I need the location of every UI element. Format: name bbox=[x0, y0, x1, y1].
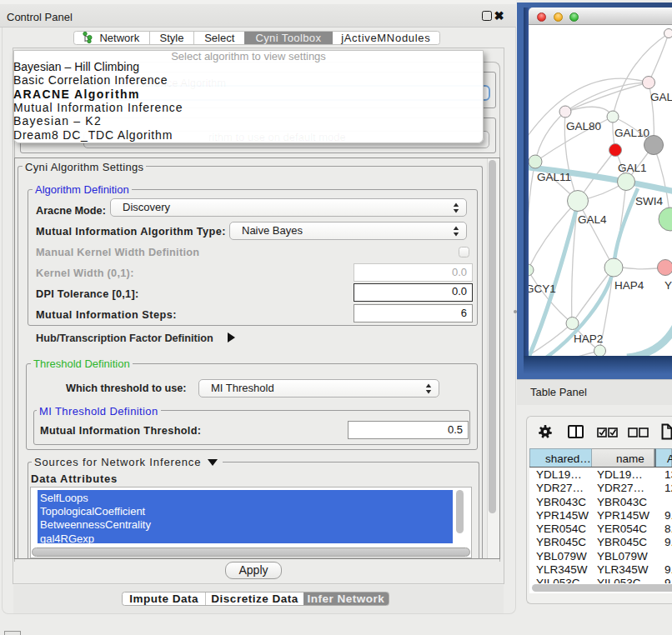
svg-text:HAP2: HAP2 bbox=[574, 332, 603, 345]
svg-text:SWI4: SWI4 bbox=[635, 195, 663, 208]
svg-text:GAL11: GAL11 bbox=[537, 171, 571, 183]
svg-text:GAL1: GAL1 bbox=[618, 162, 647, 174]
svg-text:GAL4: GAL4 bbox=[578, 213, 607, 226]
svg-text:Y: Y bbox=[664, 279, 672, 292]
svg-text:GAL7: GAL7 bbox=[650, 91, 672, 103]
svg-text:GAL10: GAL10 bbox=[614, 127, 649, 139]
svg-text:GAL80: GAL80 bbox=[566, 120, 601, 132]
svg-text:GCY1: GCY1 bbox=[529, 282, 556, 295]
svg-text:HAP4: HAP4 bbox=[614, 279, 644, 292]
